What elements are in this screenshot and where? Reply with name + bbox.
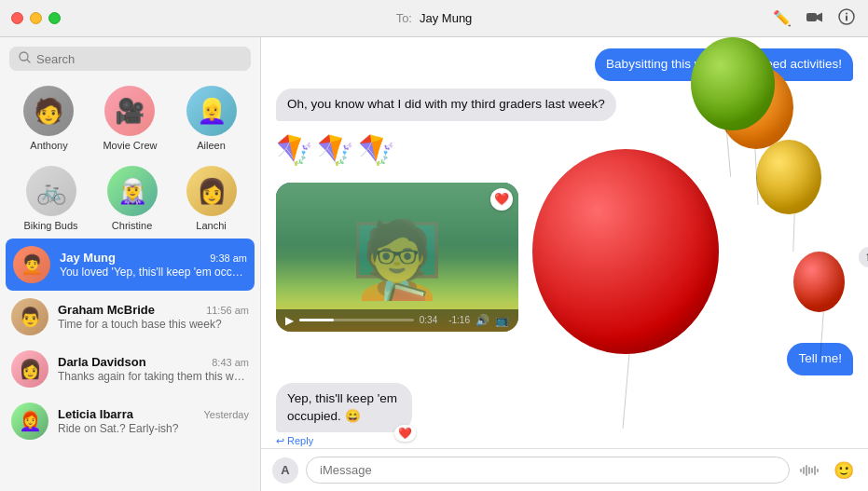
kite-sticker-2: 🪁 — [317, 132, 354, 168]
conversation-list: 🧑‍🦱 Jay Mung 9:38 am You loved 'Yep, thi… — [0, 239, 260, 491]
conv-details-darla: Darla Davidson 8:43 am Thanks again for … — [58, 355, 249, 383]
message-row-1: Babysitting this weekend, I need activit… — [276, 48, 853, 81]
svg-point-3 — [846, 12, 847, 14]
message-row-video: 🧑‍🏫 ❤️ ▶ 0:34 -1:16 🔊 — [276, 179, 853, 335]
message-row-stickers: 🪁 🪁 🪁 — [276, 129, 853, 171]
avatar-bikingbuds: 🚲 — [26, 166, 76, 216]
conv-details-jaymung: Jay Mung 9:38 am You loved 'Yep, this'll… — [60, 251, 247, 279]
avatar-moviecrew: 🎥 — [104, 86, 155, 136]
svg-rect-10 — [811, 468, 813, 473]
svg-rect-0 — [806, 13, 817, 21]
conv-time-darla: 8:43 am — [212, 357, 249, 368]
minimize-button[interactable] — [30, 12, 42, 24]
conv-time-jaymung: 9:38 am — [210, 252, 247, 264]
pinned-contact-lanchi[interactable]: 👩 Lanchi — [186, 166, 237, 231]
pinned-label-christine: Christine — [112, 220, 152, 231]
svg-rect-6 — [800, 469, 802, 472]
sticker-row: 🪁 🪁 🪁 — [276, 129, 395, 171]
search-input[interactable] — [36, 52, 241, 66]
svg-rect-7 — [803, 467, 805, 474]
message-input[interactable] — [306, 457, 790, 484]
volume-icon[interactable]: 🔊 — [475, 314, 489, 327]
conv-name-leticia: Leticia Ibarra — [58, 407, 133, 421]
message-row-3: Tell me! — [276, 343, 853, 375]
bubble-3: Tell me! — [787, 343, 853, 375]
svg-rect-9 — [808, 467, 810, 474]
video-time-remaining: -1:16 — [448, 315, 470, 325]
pinned-label-aileen: Aileen — [197, 140, 226, 151]
pinned-contact-aileen[interactable]: 👱‍♀️ Aileen — [186, 86, 237, 151]
conv-preview-darla: Thanks again for taking them this weeken… — [58, 370, 249, 383]
pinned-contact-anthony[interactable]: 🧑 Anthony — [23, 86, 74, 151]
svg-rect-2 — [846, 15, 847, 20]
app-store-button[interactable]: A — [272, 457, 298, 484]
conv-time-graham: 11:56 am — [206, 305, 249, 316]
pinned-contacts-row1: 🧑 Anthony 🎥 Movie Crew 👱‍♀️ Aileen — [0, 78, 260, 158]
svg-rect-11 — [814, 466, 816, 475]
conversation-item-leticia[interactable]: 👩‍🦰 Leticia Ibarra Yesterday Ride on Sat… — [0, 395, 260, 447]
conv-details-graham: Graham McBride 11:56 am Time for a touch… — [58, 303, 249, 331]
avatar-darla: 👩 — [11, 350, 48, 388]
input-area: A 🙂 — [261, 448, 868, 491]
compose-icon[interactable]: ✏️ — [773, 9, 792, 27]
conv-name-darla: Darla Davidson — [58, 355, 146, 369]
avatar-leticia: 👩‍🦰 — [11, 402, 48, 440]
avatar-aileen: 👱‍♀️ — [186, 86, 237, 136]
app-store-icon: A — [281, 463, 289, 477]
video-heart-reaction: ❤️ — [490, 188, 513, 211]
conv-details-leticia: Leticia Ibarra Yesterday Ride on Sat.? E… — [58, 407, 249, 435]
conversation-item-darla[interactable]: 👩 Darla Davidson 8:43 am Thanks again fo… — [0, 343, 260, 395]
emoji-button[interactable]: 🙂 — [831, 457, 857, 484]
share-button[interactable]: ⬆ — [859, 247, 868, 267]
play-button[interactable]: ▶ — [285, 314, 294, 327]
pinned-contact-christine[interactable]: 🧝‍♀️ Christine — [107, 166, 158, 231]
search-icon — [19, 51, 31, 66]
conversation-item-graham[interactable]: 👨 Graham McBride 11:56 am Time for a tou… — [0, 291, 260, 343]
video-controls: ▶ 0:34 -1:16 🔊 📺 — [276, 309, 518, 332]
pinned-contacts-row2: 🚲 Biking Buds 🧝‍♀️ Christine 👩 Lanchi — [0, 158, 260, 239]
svg-rect-12 — [817, 469, 819, 472]
audio-waveform-icon[interactable] — [797, 457, 823, 484]
svg-line-5 — [27, 60, 30, 62]
kite-sticker-3: 🪁 — [358, 132, 395, 168]
message-row-4: Yep, this'll keep 'em occupied. 😄 ❤️ ↩ R… — [276, 383, 853, 448]
traffic-lights — [11, 12, 61, 24]
conv-preview-jaymung: You loved 'Yep, this'll keep 'em occupie… — [60, 266, 247, 279]
conversation-item-jaymung[interactable]: 🧑‍🦱 Jay Mung 9:38 am You loved 'Yep, thi… — [6, 239, 255, 291]
video-progress-fill — [299, 319, 334, 321]
avatar-graham: 👨 — [11, 298, 48, 335]
video-call-icon[interactable] — [806, 10, 823, 27]
chat-area: Babysitting this weekend, I need activit… — [261, 37, 868, 491]
conv-name-graham: Graham McBride — [58, 303, 155, 317]
conv-name-jaymung: Jay Mung — [60, 251, 116, 265]
messages-list: Babysitting this weekend, I need activit… — [261, 37, 868, 448]
pinned-contact-moviecrew[interactable]: 🎥 Movie Crew — [103, 86, 157, 151]
maximize-button[interactable] — [48, 12, 61, 24]
close-button[interactable] — [11, 12, 23, 24]
pinned-contact-bikingbuds[interactable]: 🚲 Biking Buds — [23, 166, 77, 231]
pinned-label-lanchi: Lanchi — [196, 220, 226, 231]
sidebar: 🧑 Anthony 🎥 Movie Crew 👱‍♀️ Aileen 🚲 Bik… — [0, 37, 261, 491]
main-content: 🧑 Anthony 🎥 Movie Crew 👱‍♀️ Aileen 🚲 Bik… — [0, 37, 868, 491]
to-label: To: — [396, 11, 412, 25]
titlebar: To: Jay Mung ✏️ — [0, 0, 868, 37]
reply-button[interactable]: ↩ Reply — [276, 435, 313, 447]
video-message[interactable]: 🧑‍🏫 ❤️ ▶ 0:34 -1:16 🔊 — [276, 183, 518, 332]
bubble-2: Oh, you know what I did with my third gr… — [276, 89, 616, 121]
avatar-jaymung: 🧑‍🦱 — [13, 246, 50, 283]
message-row-2: Oh, you know what I did with my third gr… — [276, 89, 853, 121]
pinned-label-bikingbuds: Biking Buds — [23, 220, 77, 231]
video-progress-bar[interactable] — [299, 319, 414, 321]
avatar-christine: 🧝‍♀️ — [107, 166, 158, 216]
pinned-label-anthony: Anthony — [30, 140, 67, 151]
bubble-1: Babysitting this weekend, I need activit… — [595, 48, 853, 81]
info-icon[interactable] — [838, 8, 855, 29]
avatar-lanchi: 👩 — [186, 166, 237, 216]
avatar-anthony: 🧑 — [23, 86, 74, 136]
airplay-icon[interactable]: 📺 — [495, 314, 509, 327]
kite-sticker-1: 🪁 — [276, 132, 313, 168]
search-bar[interactable] — [9, 47, 251, 71]
reaction-badge: ❤️ — [394, 425, 416, 443]
conv-preview-leticia: Ride on Sat.? Early-ish? — [58, 422, 249, 435]
titlebar-center: To: Jay Mung — [396, 11, 473, 25]
